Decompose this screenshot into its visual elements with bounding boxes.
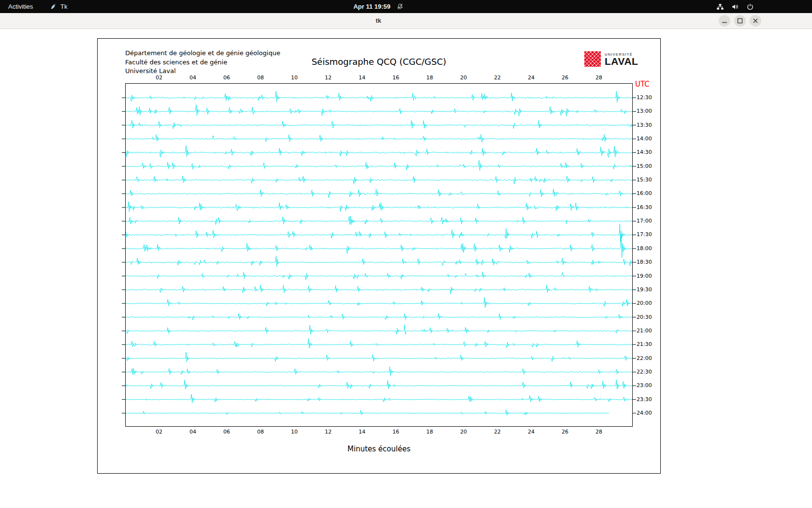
x-tick-label: 14 xyxy=(359,75,365,81)
row-time-label: 22:30 xyxy=(637,369,652,375)
logo-laval-label: LAVAL xyxy=(605,57,638,66)
seismogram-trace xyxy=(125,314,633,320)
seismogram-trace xyxy=(125,394,633,403)
minimize-button[interactable] xyxy=(719,15,730,27)
seismogram-trace xyxy=(125,272,633,280)
x-tick-label: 04 xyxy=(189,75,196,81)
close-icon xyxy=(750,15,761,27)
row-time-label: 19:30 xyxy=(637,287,652,293)
seismogram-trace xyxy=(125,105,633,116)
close-button[interactable] xyxy=(750,15,761,27)
x-tick-label: 26 xyxy=(562,75,568,81)
seismogram-trace xyxy=(125,367,633,376)
row-time-label: 17:00 xyxy=(637,218,652,224)
seismogram-trace xyxy=(125,134,633,142)
x-tick-label: 16 xyxy=(392,429,399,435)
x-ticks-top: 0204060810121416182022242628 xyxy=(125,75,633,81)
x-tick-label: 08 xyxy=(257,429,264,435)
x-tick-label: 28 xyxy=(595,429,602,435)
notifications-muted-icon xyxy=(396,3,404,10)
row-time-label: 20:00 xyxy=(637,300,652,306)
x-tick-label: 22 xyxy=(494,429,501,435)
x-tick-label: 08 xyxy=(257,75,264,81)
row-time-label: 13:00 xyxy=(637,108,652,114)
row-time-label: 18:00 xyxy=(637,246,652,252)
focused-app-name: Tk xyxy=(60,3,67,10)
volume-icon xyxy=(731,3,739,11)
x-tick-label: 18 xyxy=(426,429,433,435)
gnome-top-bar: Activities Tk Apr 11 19:59 xyxy=(0,0,812,13)
seismogram-trace xyxy=(125,410,609,415)
x-tick-label: 16 xyxy=(392,75,399,81)
x-tick-label: 22 xyxy=(494,75,501,81)
x-tick-label: 06 xyxy=(223,429,230,435)
laval-logo: UNIVERSITÉ LAVAL xyxy=(584,50,638,68)
row-time-label: 20:30 xyxy=(637,314,652,320)
minimize-icon xyxy=(719,15,730,27)
plot-svg xyxy=(125,83,633,427)
seismogram-trace xyxy=(125,297,633,308)
plot-frame xyxy=(126,84,633,427)
row-time-label: 12:30 xyxy=(637,95,652,101)
x-tick-label: 20 xyxy=(460,429,467,435)
system-status-area[interactable] xyxy=(716,0,754,13)
plot-title: Séismographe QCQ (CGC/GSC) xyxy=(98,57,660,67)
row-time-label: 22:00 xyxy=(637,356,652,361)
row-time-label: 23:00 xyxy=(637,383,652,388)
row-time-label: 16:30 xyxy=(637,205,652,210)
laval-logo-text: UNIVERSITÉ LAVAL xyxy=(605,52,638,66)
x-tick-label: 28 xyxy=(595,75,602,81)
x-tick-label: 02 xyxy=(156,75,162,81)
window-controls xyxy=(719,15,761,27)
row-time-label: 18:30 xyxy=(637,259,652,265)
seismogram-trace xyxy=(125,325,633,334)
seismogram-trace xyxy=(125,91,633,102)
row-labels: 12:3013:0013:3014:0014:3015:0015:3016:00… xyxy=(637,39,660,473)
seismogram-trace xyxy=(125,224,633,242)
seismogram-trace xyxy=(125,176,633,184)
row-time-label: 13:30 xyxy=(637,122,652,128)
window-titlebar: tk xyxy=(0,13,812,29)
seismogram-trace xyxy=(125,216,633,224)
x-tick-label: 18 xyxy=(426,75,433,81)
app-area: Département de géologie et de génie géol… xyxy=(0,29,812,508)
laval-logo-shield-icon xyxy=(584,50,601,68)
x-tick-label: 26 xyxy=(562,429,568,435)
x-tick-label: 24 xyxy=(528,75,535,81)
x-ticks-bottom: 0204060810121416182022242628 xyxy=(125,429,633,435)
row-time-label: 23:30 xyxy=(637,397,652,403)
x-tick-label: 02 xyxy=(156,429,162,435)
seismogram-trace xyxy=(125,146,633,158)
window-title: tk xyxy=(376,13,381,29)
x-tick-label: 06 xyxy=(223,75,230,81)
x-tick-label: 20 xyxy=(460,75,467,81)
maximize-icon xyxy=(734,15,746,27)
row-time-label: 15:00 xyxy=(637,164,652,169)
x-tick-label: 10 xyxy=(291,75,298,81)
x-tick-label: 12 xyxy=(325,429,332,435)
focused-app-indicator[interactable]: Tk xyxy=(50,0,67,13)
row-time-label: 15:30 xyxy=(637,177,652,183)
x-tick-label: 04 xyxy=(189,429,196,435)
activities-button[interactable]: Activities xyxy=(0,0,41,13)
seismogram-trace xyxy=(125,380,633,389)
x-axis-label: Minutes écoulées xyxy=(98,445,660,453)
utc-label: UTC xyxy=(635,80,650,89)
clock-label: Apr 11 19:59 xyxy=(353,3,391,10)
seismogram-trace xyxy=(125,160,633,171)
seismogram-trace xyxy=(125,189,633,198)
x-tick-label: 14 xyxy=(359,429,365,435)
seismogram-trace xyxy=(125,202,633,212)
x-tick-label: 12 xyxy=(325,75,332,81)
row-time-label: 16:00 xyxy=(637,191,652,196)
row-time-label: 14:30 xyxy=(637,149,652,155)
row-time-label: 19:00 xyxy=(637,273,652,279)
seismogram-trace xyxy=(125,285,633,294)
seismogram-trace xyxy=(125,339,633,348)
row-time-label: 21:30 xyxy=(637,342,652,347)
power-icon xyxy=(746,3,754,11)
clock-menu[interactable]: Apr 11 19:59 xyxy=(353,0,404,13)
maximize-button[interactable] xyxy=(734,15,746,27)
seismogram-trace xyxy=(125,256,633,266)
row-time-label: 17:30 xyxy=(637,232,652,238)
